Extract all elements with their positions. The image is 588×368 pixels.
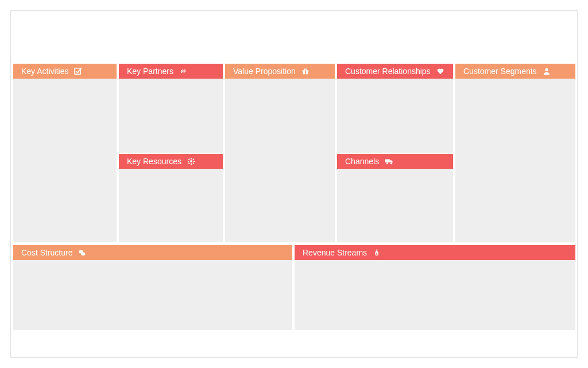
panel-value-proposition[interactable] bbox=[224, 79, 336, 243]
svg-rect-14 bbox=[385, 159, 390, 162]
svg-point-4 bbox=[545, 68, 548, 71]
header-value-proposition[interactable]: Value Proposition bbox=[224, 64, 336, 79]
header-cost-structure[interactable]: Cost Structure bbox=[12, 245, 293, 260]
panel-key-resources[interactable] bbox=[118, 169, 224, 243]
truck-icon bbox=[385, 157, 394, 165]
svg-rect-11 bbox=[192, 162, 194, 164]
gift-icon bbox=[301, 67, 310, 75]
label-key-activities: Key Activities bbox=[21, 67, 68, 76]
svg-point-15 bbox=[386, 162, 388, 164]
panel-key-partners[interactable] bbox=[118, 79, 224, 154]
label-customer-relationships: Customer Relationships bbox=[345, 67, 431, 76]
header-customer-relationships[interactable]: Customer Relationships bbox=[336, 64, 454, 79]
header-key-resources[interactable]: Key Resources bbox=[118, 154, 224, 169]
panel-customer-relationships[interactable] bbox=[336, 79, 454, 154]
svg-rect-6 bbox=[191, 158, 192, 160]
label-key-partners: Key Partners bbox=[127, 67, 173, 76]
svg-text:$: $ bbox=[376, 251, 378, 255]
header-key-activities[interactable]: Key Activities bbox=[12, 64, 118, 79]
svg-rect-12 bbox=[192, 158, 194, 160]
heart-icon bbox=[436, 67, 444, 75]
label-channels: Channels bbox=[345, 157, 379, 166]
svg-rect-13 bbox=[188, 162, 189, 164]
panel-cost-structure[interactable] bbox=[12, 260, 293, 331]
label-key-resources: Key Resources bbox=[127, 157, 181, 166]
header-revenue-streams[interactable]: Revenue Streams $ bbox=[293, 245, 577, 260]
business-model-canvas: Key Activities Key Partners Value Propos… bbox=[10, 10, 578, 358]
label-revenue-streams: Revenue Streams bbox=[303, 248, 367, 257]
svg-point-16 bbox=[390, 162, 392, 164]
svg-rect-3 bbox=[305, 70, 306, 74]
money-bag-icon: $ bbox=[373, 249, 381, 257]
panel-customer-segments[interactable] bbox=[454, 79, 577, 243]
label-value-proposition: Value Proposition bbox=[233, 67, 296, 76]
svg-rect-7 bbox=[191, 164, 192, 165]
panel-key-activities[interactable] bbox=[12, 79, 118, 243]
user-icon bbox=[543, 67, 551, 75]
header-customer-segments[interactable]: Customer Segments bbox=[454, 64, 577, 79]
coins-icon bbox=[78, 249, 86, 257]
svg-point-5 bbox=[190, 160, 192, 162]
svg-rect-9 bbox=[193, 161, 195, 162]
label-cost-structure: Cost Structure bbox=[21, 248, 72, 257]
gear-icon bbox=[187, 157, 195, 165]
panel-revenue-streams[interactable] bbox=[293, 260, 577, 331]
check-square-icon bbox=[74, 67, 82, 75]
label-customer-segments: Customer Segments bbox=[463, 67, 537, 76]
svg-rect-10 bbox=[188, 158, 189, 160]
svg-rect-8 bbox=[188, 161, 189, 162]
panel-channels[interactable] bbox=[336, 169, 454, 243]
header-key-partners[interactable]: Key Partners bbox=[118, 64, 224, 79]
link-icon bbox=[179, 67, 187, 75]
header-channels[interactable]: Channels bbox=[336, 154, 454, 169]
